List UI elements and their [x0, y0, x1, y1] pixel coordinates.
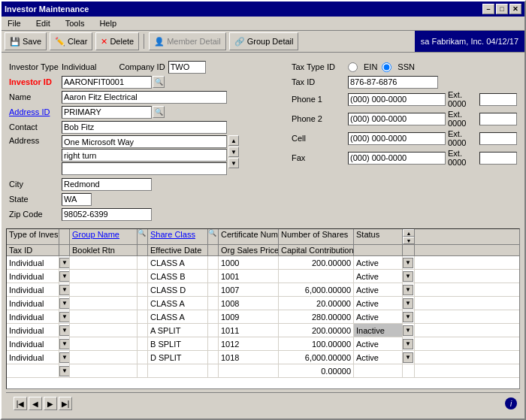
cell-ext-input[interactable]	[479, 132, 517, 145]
table-row: Individual ▼ D SPLIT 1018 6,000.00000 Ac…	[7, 351, 519, 364]
maximize-button[interactable]: □	[496, 4, 508, 14]
info-icon[interactable]: i	[505, 397, 517, 409]
cell-status-dropdown[interactable]	[403, 364, 415, 377]
menu-file[interactable]: File	[5, 18, 24, 29]
cell-type-dropdown[interactable]: ▼	[59, 256, 70, 269]
status-dropdown-btn[interactable]: ▼	[403, 298, 413, 309]
cell-group-dd	[138, 283, 148, 296]
col-group-search[interactable]: 🔍	[138, 229, 148, 244]
nav-next-button[interactable]: ▶	[44, 397, 57, 410]
ein-radio[interactable]	[348, 62, 358, 72]
type-dropdown-btn[interactable]: ▼	[59, 325, 70, 336]
cell-type-dropdown[interactable]: ▼	[59, 283, 70, 296]
city-input[interactable]	[62, 178, 152, 191]
table-row: Individual ▼ CLASS A 1009 280.00000 Acti…	[7, 310, 519, 324]
address-line1-input[interactable]	[62, 135, 227, 148]
address-id-input[interactable]	[62, 106, 152, 119]
type-dropdown-btn[interactable]: ▼	[59, 339, 70, 349]
cell-share-class	[148, 364, 208, 377]
menu-tools[interactable]: Tools	[62, 18, 88, 29]
type-dropdown-btn[interactable]: ▼	[59, 352, 70, 363]
address-line3-input[interactable]	[62, 162, 227, 175]
type-dropdown-btn[interactable]: ▼	[59, 366, 70, 376]
fax-ext-input[interactable]	[479, 152, 517, 165]
tax-id-input[interactable]	[348, 76, 438, 89]
phone1-input[interactable]	[348, 93, 446, 106]
menu-edit[interactable]: Edit	[33, 18, 53, 29]
status-dropdown-btn[interactable]: ▼	[403, 271, 413, 282]
status-dropdown-btn[interactable]: ▼	[403, 339, 413, 349]
type-dropdown-btn[interactable]: ▼	[59, 312, 70, 322]
status-dropdown-btn[interactable]: ▼	[403, 285, 413, 295]
type-dropdown-btn[interactable]: ▼	[59, 258, 70, 268]
address-id-search-button[interactable]: 🔍	[153, 106, 165, 118]
cell-status-dropdown[interactable]: ▼	[403, 351, 415, 364]
cell-status-dropdown[interactable]: ▼	[403, 270, 415, 283]
status-dropdown-btn[interactable]: ▼	[403, 325, 413, 336]
grid-header-row: Type of Investment Group Name 🔍 Share Cl…	[7, 229, 519, 245]
state-input[interactable]	[62, 193, 92, 206]
cell-type-dropdown[interactable]: ▼	[59, 310, 70, 323]
address-id-label[interactable]: Address ID	[9, 107, 62, 116]
ssn-radio[interactable]	[382, 62, 391, 72]
cell-status-dropdown[interactable]: ▼	[403, 337, 415, 350]
status-dropdown-btn[interactable]: ▼	[403, 312, 413, 322]
title-bar-buttons: – □ ✕	[482, 4, 521, 14]
cell-status-dropdown[interactable]: ▼	[403, 310, 415, 323]
cell-status-dropdown[interactable]: ▼	[403, 283, 415, 296]
nav-bar: |◀ ◀ ▶ ▶|	[9, 394, 77, 412]
cell-type-dropdown[interactable]: ▼	[59, 364, 70, 377]
sort-down-button[interactable]: ▼	[403, 237, 415, 244]
nav-last-button[interactable]: ▶|	[59, 397, 72, 410]
addr-scroll-down[interactable]: ▼	[228, 147, 239, 157]
fax-input[interactable]	[348, 152, 446, 165]
cell-status-dropdown[interactable]: ▼	[403, 297, 415, 310]
name-input[interactable]	[62, 91, 227, 104]
cell-group	[70, 351, 138, 364]
addr-scroll-up[interactable]: ▲	[228, 135, 239, 146]
cell-status-dropdown[interactable]: ▼	[403, 256, 415, 269]
col-share-search[interactable]: 🔍	[208, 229, 219, 244]
minimize-button[interactable]: –	[482, 4, 494, 14]
cell-type-dropdown[interactable]: ▼	[59, 351, 70, 364]
menu-help[interactable]: Help	[96, 18, 119, 29]
investor-id-search-button[interactable]: 🔍	[153, 76, 165, 88]
cell-share-class: D SPLIT	[148, 351, 208, 364]
cell-type-dropdown[interactable]: ▼	[59, 297, 70, 310]
col-group-name[interactable]: Group Name	[70, 229, 138, 244]
group-detail-button[interactable]: 🔗 Group Detail	[229, 32, 299, 50]
cell-input[interactable]	[348, 132, 446, 145]
phone2-ext-input[interactable]	[479, 113, 517, 125]
investor-id-input[interactable]	[62, 76, 152, 89]
type-dropdown-btn[interactable]: ▼	[59, 285, 70, 295]
contact-input[interactable]	[62, 121, 227, 134]
type-dropdown-btn[interactable]: ▼	[59, 298, 70, 309]
cell-status-dropdown[interactable]: ▼	[403, 324, 415, 337]
sort-up-button[interactable]: ▲	[403, 229, 415, 237]
address-line2-input[interactable]	[62, 149, 227, 162]
nav-prev-button[interactable]: ◀	[29, 397, 42, 410]
clear-button[interactable]: ✏️ Clear	[50, 32, 92, 50]
city-label: City	[9, 180, 62, 189]
close-button[interactable]: ✕	[509, 4, 521, 14]
status-dropdown-btn[interactable]: ▼	[403, 258, 413, 268]
cell-type-dropdown[interactable]: ▼	[59, 337, 70, 350]
addr-scroll-right[interactable]: ▼	[228, 158, 239, 168]
phone1-ext-input[interactable]	[479, 93, 517, 106]
col-share-class[interactable]: Share Class	[148, 229, 208, 244]
cell-cert-num: 1000	[219, 256, 279, 269]
zip-input[interactable]	[62, 208, 152, 221]
nav-first-button[interactable]: |◀	[14, 397, 27, 410]
type-dropdown-btn[interactable]: ▼	[59, 271, 70, 282]
cell-type-dropdown[interactable]: ▼	[59, 324, 70, 337]
investment-grid: Type of Investment Group Name 🔍 Share Cl…	[6, 228, 520, 389]
col-status: Status	[354, 229, 403, 244]
save-button[interactable]: 💾 Save	[5, 32, 47, 50]
cell-type-dropdown[interactable]: ▼	[59, 270, 70, 283]
phone2-input[interactable]	[348, 113, 446, 125]
member-detail-button[interactable]: 👤 Member Detail	[149, 32, 226, 50]
delete-button[interactable]: ✕ Delete	[95, 32, 139, 50]
cell-group-dd	[138, 337, 148, 350]
company-id-input[interactable]	[168, 61, 206, 74]
status-dropdown-btn[interactable]: ▼	[403, 352, 413, 363]
